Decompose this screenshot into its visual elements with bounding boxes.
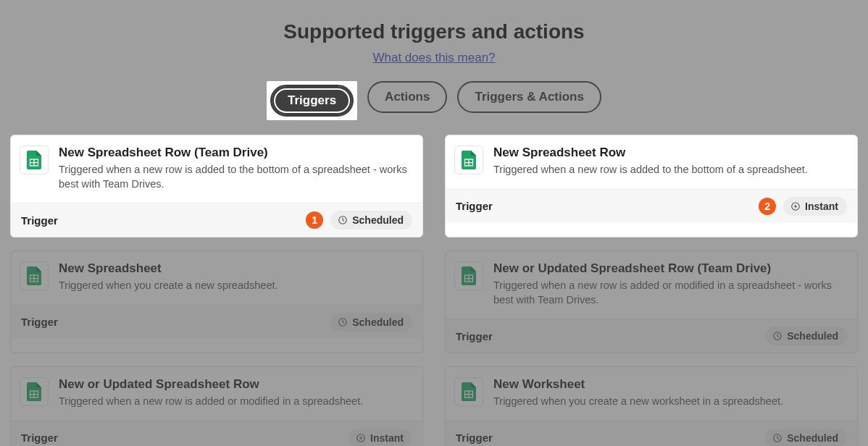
help-link[interactable]: What does this mean? <box>9 51 859 65</box>
google-sheets-icon <box>20 377 49 406</box>
timing-pill: Instant <box>349 429 412 446</box>
google-sheets-icon <box>454 146 483 174</box>
card-type-label: Trigger <box>21 432 58 444</box>
clock-icon <box>338 317 348 327</box>
trigger-card[interactable]: New Worksheet Triggered when you create … <box>445 366 858 446</box>
timing-label: Scheduled <box>787 432 838 444</box>
google-sheets-icon <box>454 261 483 290</box>
timing-pill: Instant <box>783 197 847 216</box>
card-type-label: Trigger <box>456 330 493 342</box>
timing-pill: Scheduled <box>765 429 847 446</box>
card-title: New Spreadsheet <box>59 261 278 276</box>
timing-label: Scheduled <box>352 214 404 226</box>
clock-icon <box>772 433 783 443</box>
card-title: New Spreadsheet Row (Team Drive) <box>59 146 411 160</box>
card-description: Triggered when a new row is added to the… <box>493 163 808 177</box>
google-sheets-icon <box>454 377 483 406</box>
trigger-card[interactable]: New Spreadsheet Row (Team Drive) Trigger… <box>10 135 423 237</box>
tab-triggers[interactable]: Triggers <box>270 85 354 117</box>
card-type-label: Trigger <box>456 200 493 212</box>
trigger-card[interactable]: New Spreadsheet Row Triggered when a new… <box>445 135 858 237</box>
timing-label: Scheduled <box>787 330 838 342</box>
card-type-label: Trigger <box>456 432 493 444</box>
card-title: New Worksheet <box>493 377 783 392</box>
clock-icon <box>338 215 348 225</box>
annotation-badge: 1 <box>306 211 323 229</box>
trigger-card[interactable]: New Spreadsheet Triggered when you creat… <box>10 251 423 353</box>
timing-pill: Scheduled <box>330 313 412 332</box>
bolt-icon <box>790 201 801 211</box>
google-sheets-icon <box>20 146 49 174</box>
card-type-label: Trigger <box>21 214 58 227</box>
trigger-card[interactable]: New or Updated Spreadsheet Row (Team Dri… <box>445 251 858 353</box>
google-sheets-icon <box>20 261 49 290</box>
card-description: Triggered when you create a new spreadsh… <box>59 279 278 293</box>
tab-triggers-and-actions[interactable]: Triggers & Actions <box>457 81 601 113</box>
card-description: Triggered when a new row is added or mod… <box>493 279 846 307</box>
annotation-badge: 2 <box>759 198 776 215</box>
bolt-icon <box>356 433 366 443</box>
trigger-cards-grid: New Spreadsheet Row (Team Drive) Trigger… <box>9 135 859 446</box>
timing-label: Scheduled <box>352 316 404 328</box>
filter-tabs: Triggers Actions Triggers & Actions <box>9 81 859 120</box>
timing-pill: Scheduled <box>330 211 412 230</box>
card-title: New Spreadsheet Row <box>493 146 808 160</box>
timing-pill: Scheduled <box>765 327 847 345</box>
timing-label: Instant <box>370 432 404 444</box>
card-title: New or Updated Spreadsheet Row (Team Dri… <box>493 261 846 276</box>
tab-actions[interactable]: Actions <box>367 81 447 113</box>
timing-label: Instant <box>805 201 838 212</box>
card-description: Triggered when a new row is added to the… <box>59 163 411 191</box>
card-description: Triggered when you create a new workshee… <box>493 395 783 409</box>
card-type-label: Trigger <box>21 316 58 328</box>
card-description: Triggered when a new row is added or mod… <box>59 395 363 409</box>
clock-icon <box>772 331 783 341</box>
trigger-card[interactable]: New or Updated Spreadsheet Row Triggered… <box>10 366 423 446</box>
card-title: New or Updated Spreadsheet Row <box>59 377 363 392</box>
page-title: Supported triggers and actions <box>9 20 859 43</box>
